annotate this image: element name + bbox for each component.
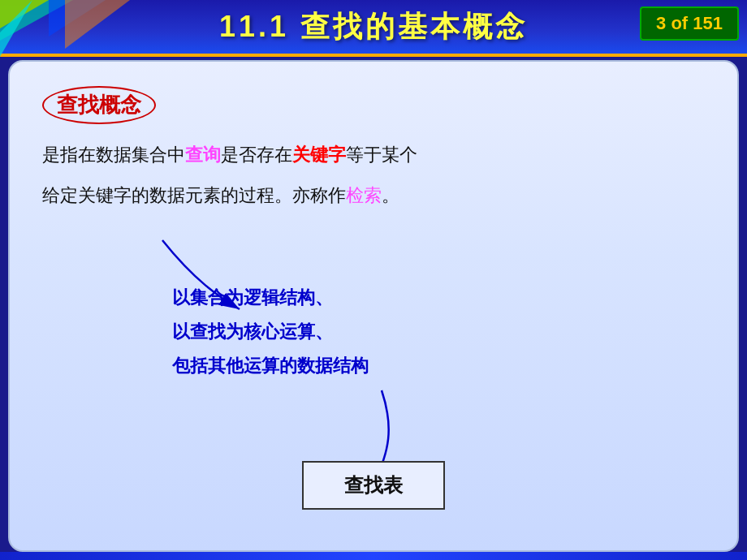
para2-text2: 。 xyxy=(382,185,399,205)
para1-keyword: 关键字 xyxy=(292,144,346,165)
bullet-item-2: 以查找为核心运算、 xyxy=(172,315,369,349)
bottom-bar xyxy=(0,552,747,560)
bullet-list: 以集合为逻辑结构、 以查找为核心运算、 包括其他运算的数据结构 xyxy=(172,281,369,382)
para1-query: 查询 xyxy=(185,144,221,165)
concept-heading-text: 查找概念 xyxy=(42,86,156,124)
para2-search: 检索 xyxy=(346,185,382,205)
bullet-item-3: 包括其他运算的数据结构 xyxy=(172,349,369,383)
concept-heading: 查找概念 xyxy=(42,86,705,139)
content-area: 查找概念 是指在数据集合中查询是否存在关键字等于某个 给定关键字的数据元素的过程… xyxy=(8,60,739,552)
para2-text1: 给定关键字的数据元素的过程。亦称作 xyxy=(42,185,346,205)
search-table-label: 查找表 xyxy=(344,474,403,496)
paragraph-2: 给定关键字的数据元素的过程。亦称作检索。 xyxy=(42,179,705,212)
para1-text1: 是指在数据集合中 xyxy=(42,144,185,165)
slide-counter: 3 of 151 xyxy=(640,6,739,41)
header-decoration xyxy=(0,0,138,57)
para1-text2: 是否存在 xyxy=(221,144,292,165)
svg-marker-3 xyxy=(65,0,130,49)
slide-title: 11.1 查找的基本概念 xyxy=(219,7,528,47)
search-table-box: 查找表 xyxy=(302,461,445,510)
bullet-item-1: 以集合为逻辑结构、 xyxy=(172,281,369,315)
slide-header: 11.1 查找的基本概念 3 of 151 xyxy=(0,0,747,57)
para1-text3: 等于某个 xyxy=(346,144,417,165)
paragraph-1: 是指在数据集合中查询是否存在关键字等于某个 xyxy=(42,139,705,171)
slide-counter-text: 3 of 151 xyxy=(656,13,723,33)
